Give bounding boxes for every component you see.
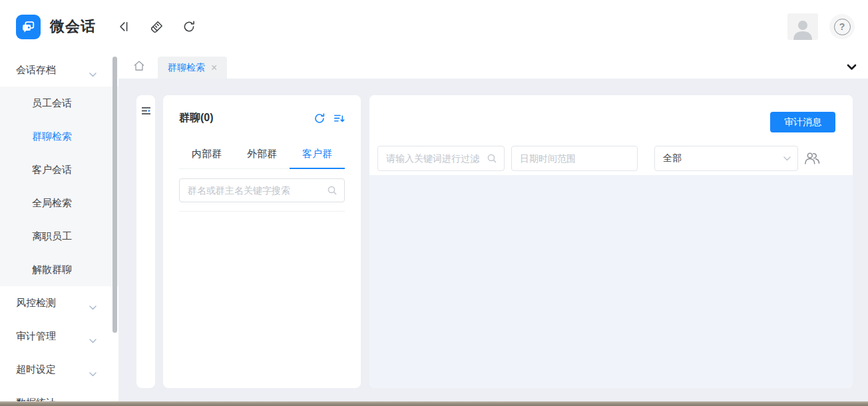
tab-customer-groups[interactable]: 客户群 bbox=[290, 141, 345, 168]
sidebar-item-label: 客户会话 bbox=[32, 164, 72, 176]
panel-collapse-icon[interactable] bbox=[141, 106, 151, 388]
tab-list-chevron-down-icon[interactable] bbox=[847, 61, 857, 73]
date-range-box bbox=[511, 146, 638, 171]
scope-select-value: 全部 bbox=[663, 152, 682, 164]
header-right: ? bbox=[787, 0, 868, 53]
group-list-panel: 群聊(0) bbox=[163, 95, 361, 388]
audit-message-button[interactable]: 审计消息 bbox=[770, 112, 835, 132]
message-panel: 审计消息 全部 bbox=[369, 95, 853, 388]
user-avatar[interactable] bbox=[787, 13, 818, 40]
keyword-filter-input[interactable] bbox=[386, 153, 487, 164]
avatar-silhouette-icon bbox=[789, 17, 816, 40]
sidebar-item-session-archive[interactable]: 会话存档 bbox=[0, 53, 118, 87]
sidebar-item-label: 全局检索 bbox=[32, 197, 72, 210]
home-icon[interactable] bbox=[132, 59, 146, 73]
sidebar-item-disbanded-groups[interactable]: 解散群聊 bbox=[0, 253, 118, 286]
app-window: 微会话 bbox=[0, 0, 868, 406]
group-type-tabs: 内部群 外部群 客户群 bbox=[179, 141, 345, 169]
chevron-down-icon bbox=[89, 334, 97, 345]
sidebar: 会话存档 员工会话 群聊检索 客户会话 全局检索 离职员工 解散群聊 风控检测 bbox=[0, 53, 118, 401]
tab-internal-groups[interactable]: 内部群 bbox=[179, 141, 234, 168]
group-search-input[interactable] bbox=[188, 185, 327, 196]
message-list-empty-area bbox=[369, 175, 853, 388]
app-header: 微会话 bbox=[0, 0, 868, 53]
group-panel-header: 群聊(0) bbox=[179, 95, 345, 125]
close-icon[interactable]: × bbox=[211, 63, 217, 73]
chevron-down-icon bbox=[89, 367, 97, 379]
main-content: 群聊(0) bbox=[118, 79, 868, 406]
sidebar-item-employee-sessions[interactable]: 员工会话 bbox=[0, 87, 118, 120]
tab-external-groups[interactable]: 外部群 bbox=[234, 141, 290, 168]
group-panel-tools bbox=[314, 112, 345, 124]
sidebar-item-global-search[interactable]: 全局检索 bbox=[0, 186, 118, 220]
sidebar-scrollbar[interactable] bbox=[112, 57, 117, 333]
chevron-down-icon bbox=[89, 301, 97, 312]
tab-bar: 群聊检索 × bbox=[118, 53, 868, 79]
sidebar-item-audit-management[interactable]: 审计管理 bbox=[0, 319, 118, 353]
sidebar-item-label: 员工会话 bbox=[32, 97, 72, 110]
date-range-input[interactable] bbox=[520, 153, 630, 164]
team-filter-icon[interactable] bbox=[802, 148, 822, 168]
refresh-icon[interactable] bbox=[314, 112, 326, 124]
list-divider bbox=[179, 211, 345, 212]
sidebar-item-label: 风控检测 bbox=[16, 297, 56, 309]
filter-row: 全部 bbox=[369, 146, 853, 171]
app-title: 微会话 bbox=[50, 17, 96, 37]
sidebar-item-departed-employees[interactable]: 离职员工 bbox=[0, 220, 118, 253]
header-toolbar bbox=[116, 19, 196, 34]
bottom-window-edge bbox=[0, 401, 868, 406]
sidebar-item-timeout-settings[interactable]: 超时设定 bbox=[0, 353, 118, 386]
search-icon bbox=[487, 153, 497, 164]
group-count-title: 群聊(0) bbox=[179, 111, 214, 125]
sidebar-item-label: 审计管理 bbox=[16, 330, 56, 343]
content-column: 群聊检索 × bbox=[118, 53, 868, 406]
help-glyph: ? bbox=[834, 19, 851, 35]
app-logo bbox=[16, 15, 41, 39]
keyword-filter-box bbox=[377, 146, 505, 171]
message-panel-header: 审计消息 全部 bbox=[369, 95, 853, 175]
group-search-box bbox=[179, 178, 345, 202]
search-icon bbox=[327, 185, 337, 196]
help-icon[interactable]: ? bbox=[829, 14, 855, 39]
refresh-icon[interactable] bbox=[182, 19, 196, 34]
sidebar-item-label: 群聊检索 bbox=[32, 130, 72, 143]
sidebar-item-risk-control[interactable]: 风控检测 bbox=[0, 286, 118, 319]
sidebar-item-group-chat-search[interactable]: 群聊检索 bbox=[0, 120, 118, 153]
sidebar-item-label: 会话存档 bbox=[16, 64, 56, 77]
chevron-down-icon bbox=[89, 68, 97, 79]
collapse-sidebar-icon[interactable] bbox=[116, 19, 131, 34]
sidebar-item-label: 离职员工 bbox=[32, 230, 72, 243]
collapse-strip bbox=[136, 95, 155, 388]
tab-group-chat-search[interactable]: 群聊检索 × bbox=[158, 57, 227, 79]
sidebar-item-label: 解散群聊 bbox=[32, 264, 72, 276]
sidebar-item-label: 超时设定 bbox=[16, 363, 56, 376]
brush-clean-icon[interactable] bbox=[149, 19, 164, 34]
select-chevron-icon bbox=[783, 156, 791, 161]
sort-list-icon[interactable] bbox=[333, 112, 345, 124]
tab-label: 群聊检索 bbox=[168, 62, 205, 74]
chat-bubbles-icon bbox=[20, 19, 37, 35]
sidebar-item-customer-sessions[interactable]: 客户会话 bbox=[0, 153, 118, 186]
scope-select[interactable]: 全部 bbox=[654, 146, 798, 171]
